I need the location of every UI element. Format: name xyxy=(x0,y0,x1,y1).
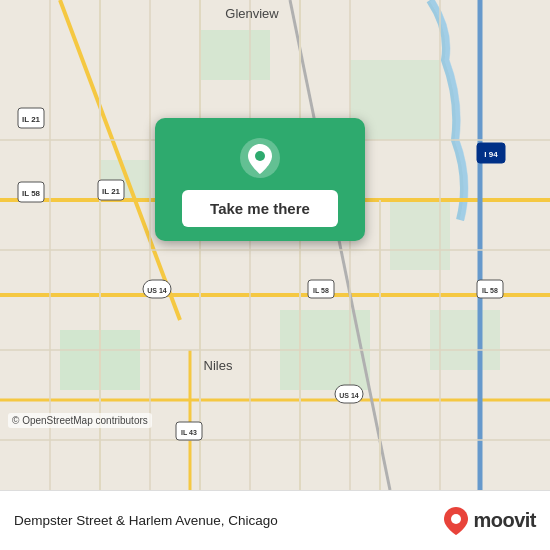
location-pin-icon xyxy=(238,136,282,180)
bottom-bar: Dempster Street & Harlem Avenue, Chicago… xyxy=(0,490,550,550)
svg-text:US 14: US 14 xyxy=(339,392,359,399)
svg-text:IL 58: IL 58 xyxy=(22,189,41,198)
svg-rect-4 xyxy=(390,200,450,270)
svg-point-50 xyxy=(451,514,461,524)
svg-rect-2 xyxy=(200,30,270,80)
moovit-pin-icon xyxy=(444,507,468,535)
map-container: IL 21 IL 58 IL 21 US 14 IL 58 I 94 IL 58… xyxy=(0,0,550,490)
svg-text:IL 43: IL 43 xyxy=(181,429,197,436)
svg-text:IL 58: IL 58 xyxy=(313,287,329,294)
svg-text:IL 21: IL 21 xyxy=(102,187,121,196)
svg-text:IL 58: IL 58 xyxy=(482,287,498,294)
svg-text:I 94: I 94 xyxy=(484,150,498,159)
moovit-logo: moovit xyxy=(444,507,536,535)
moovit-brand-text: moovit xyxy=(473,509,536,532)
svg-text:Niles: Niles xyxy=(204,358,233,373)
osm-credit: © OpenStreetMap contributors xyxy=(8,413,152,428)
svg-text:US 14: US 14 xyxy=(147,287,167,294)
take-me-there-button[interactable]: Take me there xyxy=(182,190,338,227)
svg-text:IL 21: IL 21 xyxy=(22,115,41,124)
svg-text:Glenview: Glenview xyxy=(225,6,279,21)
svg-point-49 xyxy=(255,151,265,161)
popup-card: Take me there xyxy=(155,118,365,241)
